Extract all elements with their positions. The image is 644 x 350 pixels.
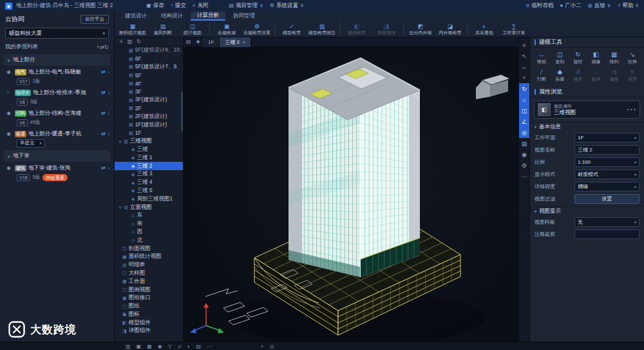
ribbon-button[interactable]: ◐真实着色	[469, 23, 499, 35]
more-icon[interactable]: ⋯	[207, 344, 212, 349]
property-section-header[interactable]: ▾基本信息	[530, 122, 644, 131]
download-icon[interactable]: ↓	[108, 70, 110, 75]
eye-icon[interactable]: ◉	[6, 111, 13, 116]
properties-header[interactable]: 属性浏览	[530, 87, 644, 97]
zoom-tool-button[interactable]: ◎	[519, 127, 529, 138]
eye-icon[interactable]: ◉	[6, 131, 13, 137]
3d-scene[interactable]	[184, 37, 518, 342]
ribbon-tab[interactable]: 结构设计	[155, 12, 189, 21]
tool-align[interactable]: ≡对齐	[623, 68, 641, 84]
titlebar-menu[interactable]: ⚙系统设置∨	[270, 2, 304, 10]
tree-item[interactable]: ▢大样图	[115, 269, 183, 278]
goto-platform-button[interactable]: 前往平台	[80, 15, 109, 24]
tree-item[interactable]: ▢图纸	[115, 302, 183, 311]
settings-tool-button[interactable]: ⚙	[519, 160, 529, 171]
tool-extend[interactable]: →延伸	[587, 68, 605, 84]
tree-item[interactable]: ◨详图组件	[115, 327, 183, 335]
close-doc-icon[interactable]: ×	[243, 40, 245, 44]
move-tool-button[interactable]: ↔	[519, 61, 529, 72]
filter-icon[interactable]: ▽	[168, 344, 172, 349]
tree-item[interactable]: ▤4F	[115, 79, 183, 88]
tool-trim[interactable]: ⊘修剪	[569, 68, 587, 84]
orbit-tool-button[interactable]: ↻	[519, 83, 529, 94]
tree-item[interactable]: ▤5F(建筑设计8、10、…	[115, 46, 183, 55]
select-tool-button[interactable]: ↖	[519, 50, 529, 61]
tree-section[interactable]: ∨▥三维视图	[115, 137, 183, 146]
ribbon-button[interactable]: ✓模型检查	[277, 23, 307, 35]
tree-item[interactable]: ◈三维 5	[115, 187, 183, 195]
ribbon-tab[interactable]: 计算分析	[191, 12, 225, 21]
tree-item[interactable]: ▤2F	[115, 104, 183, 113]
tree-item[interactable]: ◇西	[115, 228, 183, 237]
viewport-tab[interactable]: 1F	[203, 37, 220, 47]
property-select[interactable]: 1F▾	[574, 133, 639, 142]
titlebar-action-save[interactable]: ▣保存	[146, 2, 164, 10]
reference-group[interactable]: ∨地下室	[4, 150, 110, 162]
grid-icon[interactable]: ▦	[147, 344, 152, 349]
layers-icon[interactable]: ▤	[184, 39, 193, 44]
tree-item[interactable]: ▦面积统计视图	[115, 253, 183, 261]
ribbon-button[interactable]: ⚙合规检查设置	[242, 23, 272, 35]
tree-item[interactable]: ▢图例视图	[115, 286, 183, 294]
project-select[interactable]: 硕益科技大厦 ▾	[5, 28, 109, 39]
sun-icon[interactable]: ◐	[187, 344, 191, 349]
property-select[interactable]: 1:100▾	[574, 157, 639, 167]
tool-array[interactable]: ▦阵列	[605, 50, 623, 66]
property-button[interactable]: 设置	[574, 194, 639, 204]
titlebar-archive[interactable]: ⊙临时存档	[526, 2, 554, 10]
tree-item[interactable]: ▤3F(建筑设计)	[115, 96, 183, 104]
titlebar-feedback[interactable]: ◍反馈∨	[588, 2, 611, 10]
tree-item[interactable]: ▦工作面	[115, 277, 183, 286]
ribbon-button[interactable]: ▤规则判断	[148, 23, 178, 35]
tool-offset[interactable]: ⇉偏移	[605, 68, 623, 84]
reference-item[interactable]: ◉电气地上部分-电气-陈晓敏⇄↓	[0, 66, 114, 77]
tree-scrollbar[interactable]	[181, 92, 183, 131]
modeling-tools-header[interactable]: 建模工具	[530, 37, 644, 48]
tree-item[interactable]: ▤5F(建筑设计7、9、1…	[115, 63, 183, 72]
ribbon-button[interactable]: ◩区分内外墙	[406, 23, 435, 35]
tool-rotate[interactable]: ↻旋转	[569, 50, 587, 66]
ribbon-button[interactable]: ∑工程量计算	[499, 23, 529, 35]
tree-item[interactable]: ◈三维 1	[115, 153, 183, 162]
section-view-tool-button[interactable]: ◫	[519, 105, 529, 116]
menu-tool-button[interactable]: ≡	[519, 39, 529, 50]
ribbon-tab[interactable]: 建筑设计	[118, 12, 153, 21]
download-icon[interactable]: ↓	[108, 131, 110, 137]
more-tool-button[interactable]: ⋯	[519, 171, 529, 182]
tree-item[interactable]: ▤2F(建筑设计)	[115, 112, 183, 121]
tree-item[interactable]: ▤3F	[115, 88, 183, 96]
refresh-icon[interactable]: ↻	[137, 39, 141, 44]
save-icon[interactable]: ▣	[137, 344, 142, 349]
reference-group[interactable]: ∨地上部分	[4, 54, 110, 66]
tree-item[interactable]: ◈局部三维视图1	[115, 195, 183, 203]
info-icon[interactable]: ◎	[270, 344, 274, 349]
measure-tool-button[interactable]: ∠	[519, 116, 529, 127]
eye-icon[interactable]: ◉	[6, 166, 13, 171]
tree-item[interactable]: ▤1F	[115, 129, 183, 137]
commit-state-select[interactable]: 半提交▾	[17, 139, 45, 148]
tree-item[interactable]: ◈三维 3	[115, 170, 183, 179]
layers-icon[interactable]: ▤	[196, 344, 202, 349]
pan-tool-button[interactable]: +	[519, 72, 529, 83]
property-select[interactable]: 材质模式▾	[574, 170, 639, 179]
magnet-icon[interactable]: ∪	[178, 344, 182, 349]
ribbon-button[interactable]: ◫统计视图	[178, 23, 207, 35]
viewcube-house[interactable]	[476, 75, 509, 99]
ribbon-button[interactable]: ▥模型检查报告	[307, 23, 337, 35]
view3d-icon[interactable]: ◈	[193, 39, 203, 44]
viewport-tab[interactable]: 三维 2×	[220, 37, 251, 47]
download-icon[interactable]: ↓	[108, 90, 110, 95]
camera-tool-button[interactable]: ◉	[519, 149, 529, 160]
property-select[interactable]: 精细▾	[574, 182, 639, 191]
more-icon[interactable]: ⋯	[626, 104, 636, 115]
tree-item[interactable]: ◇东	[115, 211, 183, 220]
tree-item[interactable]: ▣图框	[115, 311, 183, 319]
eye-icon[interactable]: ◉	[6, 70, 13, 75]
download-icon[interactable]: ↓	[108, 111, 110, 116]
tree-item[interactable]: ▥明细表	[115, 261, 183, 269]
eye-icon[interactable]: ◉	[158, 344, 162, 349]
tree-item[interactable]: ◈三维 2	[115, 162, 183, 170]
link-icon[interactable]: ⇄	[101, 70, 106, 75]
property-input[interactable]	[574, 229, 639, 239]
tree-item[interactable]: ◈三维	[115, 146, 183, 154]
